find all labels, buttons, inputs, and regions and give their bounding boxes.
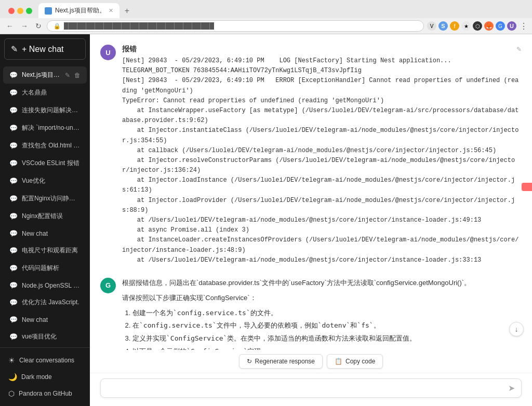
chat-icon-16: 💬 [9,333,18,341]
step-4: 以下是一个示例的`ConfigService`实现： [132,346,522,350]
step-1: 创建一个名为`config.service.ts`的文件。 [132,308,522,319]
toolbar-icon-6[interactable]: 🦊 [484,21,494,31]
tab-close-button[interactable]: ✕ [109,7,113,14]
toolbar-icon-5[interactable]: ⬡ [473,21,482,31]
user-message-content: 报错 ✎ [Nest] 29843 - 05/29/2023, 6:49:10 … [122,45,522,265]
chat-list: 💬 Next.js项目帮助。 ✎ 🗑 💬 大名鼎鼎 💬 连接失败问题解决方案 💬… [0,64,90,347]
chat-item-16[interactable]: 💬 vue项目优化 [3,328,87,345]
send-button[interactable]: ➤ [508,383,515,393]
user-message-header: 报错 ✎ [122,45,522,54]
edit-chat-button[interactable]: ✎ [65,72,70,79]
chat-icon-5: 💬 [9,142,18,150]
chat-item-9[interactable]: 💬 Nginx配置错误 [3,208,87,225]
user-message: U 报错 ✎ [Nest] 29843 - 05/29/2023, 6:49:1… [100,45,522,265]
scroll-down-icon: ↓ [515,325,518,333]
toolbar-icon-7[interactable]: G [496,21,505,31]
chat-icon-13: 💬 [9,281,18,289]
chat-item-13[interactable]: 💬 Node.js OpenSSL Error [3,277,87,293]
chat-item-7[interactable]: 💬 Vue优化 [3,172,87,190]
toolbar-icon-user[interactable]: U [507,21,516,31]
chat-label-7: Vue优化 [22,177,81,185]
messages-container: U 报错 ✎ [Nest] 29843 - 05/29/2023, 6:49:1… [90,34,532,350]
chat-icon-10: 💬 [9,229,18,237]
copy-code-button[interactable]: 📋 Copy code [327,354,383,369]
forward-button[interactable]: → [19,21,30,31]
regenerate-button[interactable]: ↻ Regenerate response [239,354,323,369]
chat-icon: 💬 [9,71,18,79]
input-area: ➤ [90,373,532,406]
app: ✎ + New chat 💬 Next.js项目帮助。 ✎ 🗑 💬 大名鼎鼎 💬… [0,34,532,406]
chat-item-4[interactable]: 💬 解决 `import/no-unresolved [3,119,87,137]
step-2: 在`config.service.ts`文件中，导入必要的依赖项，例如`dote… [132,320,522,331]
copy-icon: 📋 [335,358,342,365]
chat-label-9: Nginx配置错误 [22,212,81,221]
main-content: 反馈 U 报错 ✎ [Nest] 29843 - 05/29/2023, [90,34,532,406]
pandora-github-button[interactable]: ⬡ Pandora on GitHub [4,385,86,402]
chat-item-14[interactable]: 💬 优化方法 JavaScript. [3,294,87,311]
new-chat-label: + New chat [22,45,63,54]
chat-label-5: 查找包含 Old.html 的 HTML [22,141,81,150]
assistant-body: 请保按照以下步骤正确实现`ConfigService`： [122,293,522,304]
feedback-button[interactable]: 反馈 [522,183,532,191]
copy-label: Copy code [345,358,375,365]
error-text: [Nest] 29843 - 05/29/2023, 6:49:10 PM LO… [122,56,522,265]
refresh-button[interactable]: ↻ [33,21,44,31]
toolbar-icon-2[interactable]: S [438,21,448,31]
chat-item-active[interactable]: 💬 Next.js项目帮助。 ✎ 🗑 [3,66,87,84]
url-text: ██████████████████████████████████ [64,22,417,30]
scroll-down-button[interactable]: ↓ [509,322,524,336]
chat-item-15[interactable]: 💬 New chat [3,312,87,328]
chat-icon-9: 💬 [9,212,18,220]
chat-label-3: 连接失败问题解决方案 [22,106,81,115]
chat-icon-4: 💬 [9,124,18,132]
new-tab-button[interactable]: + [122,5,132,17]
regen-label: Regenerate response [255,358,315,365]
chat-label-12: 代码问题解析 [22,264,81,273]
delete-chat-button[interactable]: 🗑 [74,72,81,79]
new-chat-button[interactable]: ✎ + New chat [4,38,86,60]
chat-icon-14: 💬 [9,299,18,306]
send-icon: ➤ [508,384,515,393]
tab-title: Next.js项目帮助。 [55,6,105,15]
chat-label-13: Node.js OpenSSL Error [22,282,81,289]
new-chat-icon: ✎ [11,44,18,54]
message-list: U 报错 ✎ [Nest] 29843 - 05/29/2023, 6:49:1… [90,34,532,373]
clear-conversations-button[interactable]: ☀ Clear conversations [4,352,86,369]
chat-icon-15: 💬 [9,316,18,323]
toolbar-icon-4[interactable]: ★ [461,21,471,31]
chat-item-12[interactable]: 💬 代码问题解析 [3,260,87,277]
chat-item-5[interactable]: 💬 查找包含 Old.html 的 HTML [3,137,87,154]
chat-item-6[interactable]: 💬 VSCode ESLint 报错 [3,155,87,172]
regen-icon: ↻ [247,358,252,365]
chat-item-8[interactable]: 💬 配置Nginx访问静态资源 [3,190,87,207]
back-button[interactable]: ← [4,21,16,31]
message-input[interactable] [107,384,504,392]
dark-mode-button[interactable]: 🌙 Dark mode [4,369,86,385]
active-tab[interactable]: Next.js项目帮助。 ✕ [38,3,119,18]
toolbar-icon-1[interactable]: V [427,21,436,31]
url-bar[interactable]: 🔒 ██████████████████████████████████ [47,20,424,32]
window-close-dot[interactable] [8,8,15,14]
chat-icon-12: 💬 [9,264,18,272]
window-maximize-dot[interactable] [26,8,32,14]
assistant-message-text: 根据报错信息，问题出在`database.provider.ts`文件中的`us… [122,278,522,350]
pandora-label: Pandora on GitHub [19,390,72,397]
chat-icon-11: 💬 [9,247,18,254]
dark-mode-icon: 🌙 [8,373,17,381]
menu-button[interactable]: ⋮ [520,21,528,31]
input-box: ➤ [100,378,522,398]
sidebar-bottom: ☀ Clear conversations 🌙 Dark mode ⬡ Pand… [0,347,90,406]
chat-item-2[interactable]: 💬 大名鼎鼎 [3,84,87,101]
assistant-intro: 根据报错信息，问题出在`database.provider.ts`文件中的`us… [122,278,522,289]
chat-icon-8: 💬 [9,195,18,202]
chat-label-4: 解决 `import/no-unresolved [22,124,81,132]
window-minimize-dot[interactable] [17,8,23,14]
chat-item-10[interactable]: 💬 New chat [3,225,87,241]
edit-message-button[interactable]: ✎ [516,46,522,53]
chat-item-11[interactable]: 💬 电视尺寸和观看距离 [3,242,87,259]
chat-label-2: 大名鼎鼎 [22,88,81,97]
chat-item-3[interactable]: 💬 连接失败问题解决方案 [3,102,87,119]
chat-label-10: New chat [22,230,81,237]
toolbar-icon-3[interactable]: f [450,21,459,31]
assistant-avatar-letter: G [105,281,111,289]
